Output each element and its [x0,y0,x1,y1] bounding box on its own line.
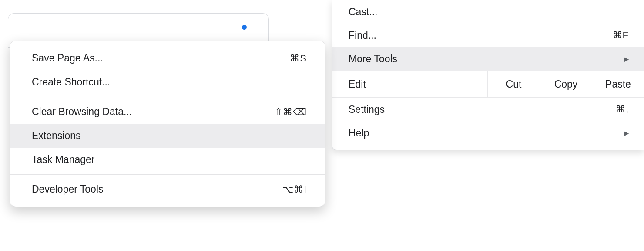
submenu-item-developer-tools[interactable]: Developer Tools ⌥⌘I [10,177,325,201]
create-shortcut-label: Create Shortcut... [32,76,307,88]
edit-paste-button[interactable]: Paste [592,71,644,97]
chrome-main-menu: Cast... Find... ⌘F More Tools ▶ Edit Cut… [332,0,644,150]
edit-label: Edit [349,78,366,90]
clear-browsing-data-label: Clear Browsing Data... [32,106,275,118]
menu-item-help[interactable]: Help ▶ [332,121,644,145]
edit-copy-button[interactable]: Copy [540,71,592,97]
settings-shortcut: ⌘, [616,104,629,115]
settings-label: Settings [349,104,616,115]
help-label: Help [349,127,624,139]
submenu-item-create-shortcut[interactable]: Create Shortcut... [10,70,325,94]
edit-cut-button[interactable]: Cut [487,71,540,97]
menu-item-settings[interactable]: Settings ⌘, [332,98,644,121]
menu-item-cast[interactable]: Cast... [332,0,644,24]
edit-label-cell: Edit [332,71,487,97]
developer-tools-label: Developer Tools [32,183,282,195]
submenu-separator [10,97,325,97]
more-tools-label: More Tools [349,53,624,65]
find-label: Find... [349,30,613,41]
submenu-item-clear-browsing-data[interactable]: Clear Browsing Data... ⇧⌘⌫ [10,100,325,124]
cast-label: Cast... [349,6,629,18]
extensions-label: Extensions [32,130,307,142]
menu-item-edit-row: Edit Cut Copy Paste [332,71,644,98]
tab-indicator-dot [242,25,247,30]
submenu-arrow-icon: ▶ [624,129,629,137]
clear-browsing-data-shortcut: ⇧⌘⌫ [275,106,307,118]
submenu-item-save-page-as[interactable]: Save Page As... ⌘S [10,46,325,70]
find-shortcut: ⌘F [613,30,629,41]
copy-label: Copy [554,78,578,90]
paste-label: Paste [605,78,631,90]
cut-label: Cut [506,78,522,90]
task-manager-label: Task Manager [32,154,307,166]
developer-tools-shortcut: ⌥⌘I [282,184,307,195]
save-page-as-label: Save Page As... [32,52,290,64]
submenu-arrow-icon: ▶ [624,55,629,63]
menu-item-find[interactable]: Find... ⌘F [332,24,644,47]
more-tools-submenu: Save Page As... ⌘S Create Shortcut... Cl… [10,41,325,207]
submenu-separator [10,174,325,175]
submenu-item-task-manager[interactable]: Task Manager [10,148,325,172]
menu-item-more-tools[interactable]: More Tools ▶ [332,47,644,71]
save-page-as-shortcut: ⌘S [290,53,307,64]
submenu-item-extensions[interactable]: Extensions [10,124,325,148]
